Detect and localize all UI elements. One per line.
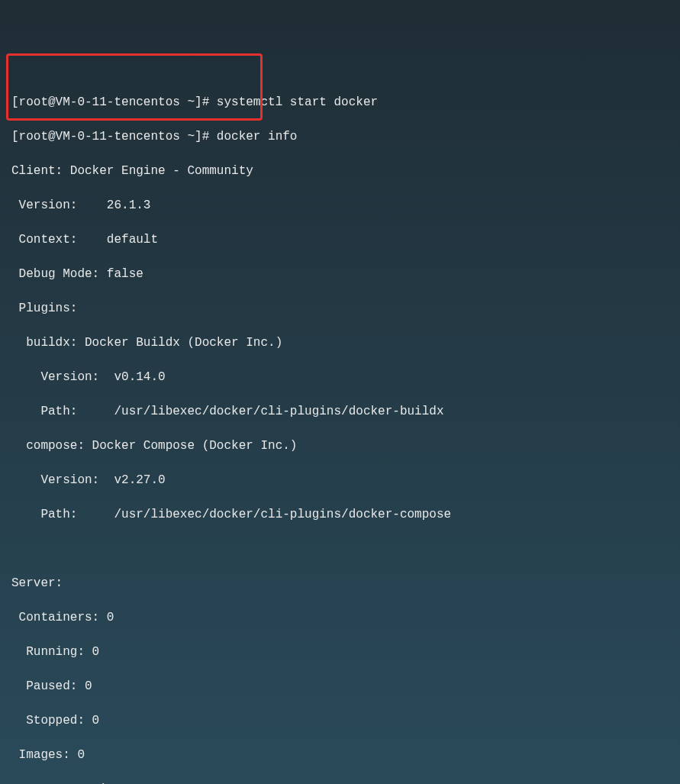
plugin-buildx-header: buildx: Docker Buildx (Docker Inc.): [11, 334, 669, 352]
server-paused: Paused: 0: [11, 678, 669, 695]
prompt: [root@VM-0-11-tencentos ~]#: [11, 130, 217, 144]
server-header: Server:: [11, 575, 669, 592]
server-running: Running: 0: [11, 644, 669, 661]
plugin-compose-header: compose: Docker Compose (Docker Inc.): [11, 437, 669, 455]
server-images: Images: 0: [11, 747, 669, 764]
command-text: docker info: [217, 130, 298, 144]
terminal-output[interactable]: [root@VM-0-11-tencentos ~]# systemctl st…: [11, 76, 669, 784]
blank-line: [11, 540, 669, 558]
client-header: Client: Docker Engine - Community: [11, 163, 669, 180]
client-version: Version: 26.1.3: [11, 197, 669, 215]
plugin-compose-version: Version: v2.27.0: [11, 472, 669, 489]
prompt: [root@VM-0-11-tencentos ~]#: [11, 95, 217, 109]
server-containers: Containers: 0: [11, 609, 669, 627]
plugin-buildx-version: Version: v0.14.0: [11, 369, 669, 386]
client-plugins-label: Plugins:: [11, 300, 669, 318]
server-stopped: Stopped: 0: [11, 712, 669, 730]
plugin-compose-path: Path: /usr/libexec/docker/cli-plugins/do…: [11, 506, 669, 524]
server-version: Server Version: 26.1.3: [11, 781, 669, 785]
plugin-buildx-path: Path: /usr/libexec/docker/cli-plugins/do…: [11, 403, 669, 421]
command-line-1: [root@VM-0-11-tencentos ~]# systemctl st…: [11, 94, 669, 111]
client-debug-mode: Debug Mode: false: [11, 266, 669, 283]
command-text: systemctl start docker: [217, 95, 378, 109]
command-line-2: [root@VM-0-11-tencentos ~]# docker info: [11, 128, 669, 146]
client-context: Context: default: [11, 231, 669, 249]
